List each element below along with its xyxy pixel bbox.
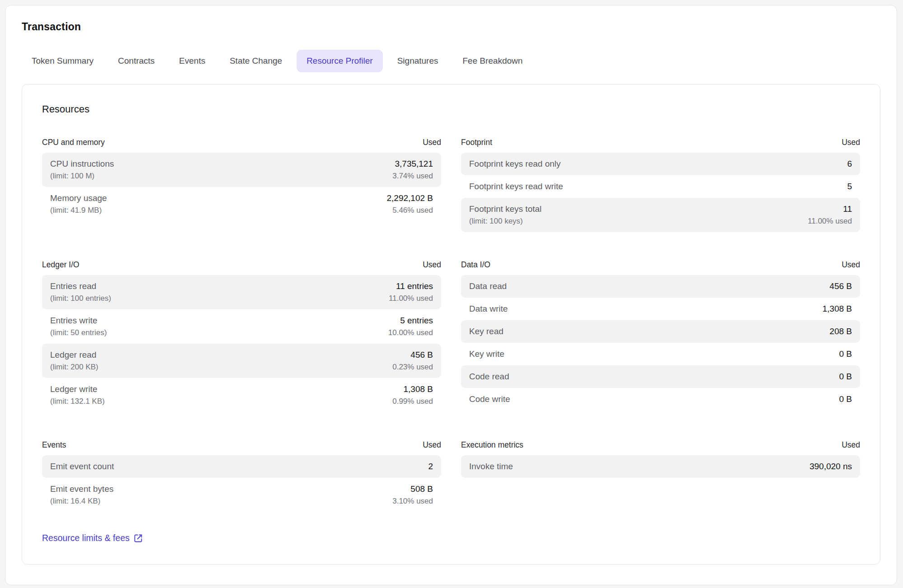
resource-row-invoke-time: Invoke time390,020 ns (461, 455, 860, 478)
row-left: Invoke time (469, 461, 513, 472)
row-percent-used: 0.99% used (392, 397, 433, 406)
row-right: 0 B (839, 371, 852, 382)
resource-row-emit-event-count: Emit event count2 (42, 455, 441, 478)
row-percent-used: 11.00% used (808, 216, 852, 226)
resource-row-code-write: Code write0 B (461, 388, 860, 411)
row-left: Data read (469, 281, 507, 292)
tab-contracts[interactable]: Contracts (108, 50, 164, 72)
row-label: Code read (469, 371, 509, 382)
section-header-data-i-o: Data I/OUsed (461, 260, 860, 270)
used-column-header: Used (423, 260, 441, 270)
row-right: 5 (847, 181, 852, 192)
row-value: 208 B (829, 326, 852, 337)
resource-row-footprint-keys-read-only: Footprint keys read only6 (461, 153, 860, 175)
page-title: Transaction (22, 21, 880, 33)
resource-row-entries-write: Entries write(limit: 50 entries)5 entrie… (42, 309, 441, 344)
row-value: 5 (847, 181, 852, 192)
row-left: Ledger read(limit: 200 KB) (50, 350, 98, 372)
row-label: Footprint keys total (469, 204, 542, 215)
row-label: Memory usage (50, 193, 107, 204)
tab-token-summary[interactable]: Token Summary (22, 50, 103, 72)
row-limit: (limit: 132.1 KB) (50, 397, 105, 406)
used-column-header: Used (423, 138, 441, 147)
used-column-header: Used (842, 260, 860, 270)
section-header-footprint: FootprintUsed (461, 138, 860, 147)
row-value: 11 (843, 204, 852, 215)
resource-row-ledger-write: Ledger write(limit: 132.1 KB)1,308 B0.99… (42, 378, 441, 412)
tab-resource-profiler[interactable]: Resource Profiler (297, 50, 383, 72)
row-value: 456 B (829, 281, 852, 292)
resource-row-key-read: Key read208 B (461, 320, 860, 343)
row-right: 2 (428, 461, 433, 472)
section-ledger-i-o: Ledger I/OUsedEntries read(limit: 100 en… (42, 260, 441, 412)
row-right: 390,020 ns (810, 461, 852, 472)
resources-card: Resources CPU and memoryUsedCPU instruct… (22, 84, 880, 565)
row-value: 390,020 ns (810, 461, 852, 472)
row-right: 3,735,1213.74% used (392, 159, 433, 181)
row-value: 456 B (410, 350, 433, 360)
tab-events[interactable]: Events (169, 50, 215, 72)
row-label: Entries write (50, 315, 107, 326)
row-left: Emit event bytes(limit: 16.4 KB) (50, 484, 113, 506)
row-percent-used: 11.00% used (389, 294, 433, 303)
row-label: Key write (469, 349, 504, 359)
tab-bar: Token SummaryContractsEventsState Change… (22, 50, 880, 72)
row-label: CPU instructions (50, 159, 114, 169)
row-label: Emit event count (50, 461, 114, 472)
row-left: Ledger write(limit: 132.1 KB) (50, 384, 105, 406)
row-right: 1,308 B (823, 303, 852, 314)
row-left: Key write (469, 349, 504, 359)
row-value: 508 B (410, 484, 433, 495)
row-left: Code read (469, 371, 509, 382)
row-left: Emit event count (50, 461, 114, 472)
row-value: 11 entries (396, 281, 433, 292)
resource-row-data-write: Data write1,308 B (461, 298, 860, 320)
row-value: 0 B (839, 394, 852, 405)
row-value: 6 (847, 159, 852, 169)
row-limit: (limit: 100 entries) (50, 294, 111, 303)
row-label: Emit event bytes (50, 484, 113, 495)
row-right: 1111.00% used (808, 204, 852, 226)
resource-row-entries-read: Entries read(limit: 100 entries)11 entri… (42, 275, 441, 309)
row-value: 2,292,102 B (387, 193, 433, 204)
row-label: Footprint keys read write (469, 181, 563, 192)
section-data-i-o: Data I/OUsedData read456 BData write1,30… (461, 260, 860, 411)
row-left: Entries write(limit: 50 entries) (50, 315, 107, 338)
section-footprint: FootprintUsedFootprint keys read only6Fo… (461, 138, 860, 232)
row-left: Entries read(limit: 100 entries) (50, 281, 111, 303)
row-value: 1,308 B (823, 303, 852, 314)
section-title: Events (42, 440, 66, 450)
row-left: Footprint keys read write (469, 181, 563, 192)
row-percent-used: 3.10% used (392, 496, 433, 506)
row-limit: (limit: 200 KB) (50, 362, 98, 372)
row-right: 508 B3.10% used (392, 484, 433, 506)
row-limit: (limit: 16.4 KB) (50, 496, 113, 506)
row-left: Footprint keys total(limit: 100 keys) (469, 204, 542, 226)
resource-row-footprint-keys-total: Footprint keys total(limit: 100 keys)111… (461, 198, 860, 232)
row-right: 0 B (839, 394, 852, 405)
row-right: 2,292,102 B5.46% used (387, 193, 433, 215)
row-label: Invoke time (469, 461, 513, 472)
row-label: Data read (469, 281, 507, 292)
transaction-panel: Transaction Token SummaryContractsEvents… (5, 5, 897, 585)
resource-row-emit-event-bytes: Emit event bytes(limit: 16.4 KB)508 B3.1… (42, 478, 441, 512)
tab-fee-breakdown[interactable]: Fee Breakdown (453, 50, 533, 72)
tab-signatures[interactable]: Signatures (387, 50, 448, 72)
row-value: 2 (428, 461, 433, 472)
resource-limits-link[interactable]: Resource limits & fees (42, 533, 143, 543)
section-title: Footprint (461, 138, 492, 147)
row-percent-used: 10.00% used (388, 328, 433, 338)
section-header-events: EventsUsed (42, 440, 441, 450)
resource-row-code-read: Code read0 B (461, 365, 860, 388)
row-value: 3,735,121 (395, 159, 433, 169)
tab-state-change[interactable]: State Change (220, 50, 292, 72)
section-events: EventsUsedEmit event count2Emit event by… (42, 440, 441, 512)
row-right: 0 B (839, 349, 852, 359)
resource-limits-link-label: Resource limits & fees (42, 533, 130, 543)
resource-row-memory-usage: Memory usage(limit: 41.9 MB)2,292,102 B5… (42, 187, 441, 221)
section-title: CPU and memory (42, 138, 105, 147)
row-right: 5 entries10.00% used (388, 315, 433, 338)
section-header-execution-metrics: Execution metricsUsed (461, 440, 860, 450)
row-left: Memory usage(limit: 41.9 MB) (50, 193, 107, 215)
row-percent-used: 3.74% used (392, 171, 433, 181)
